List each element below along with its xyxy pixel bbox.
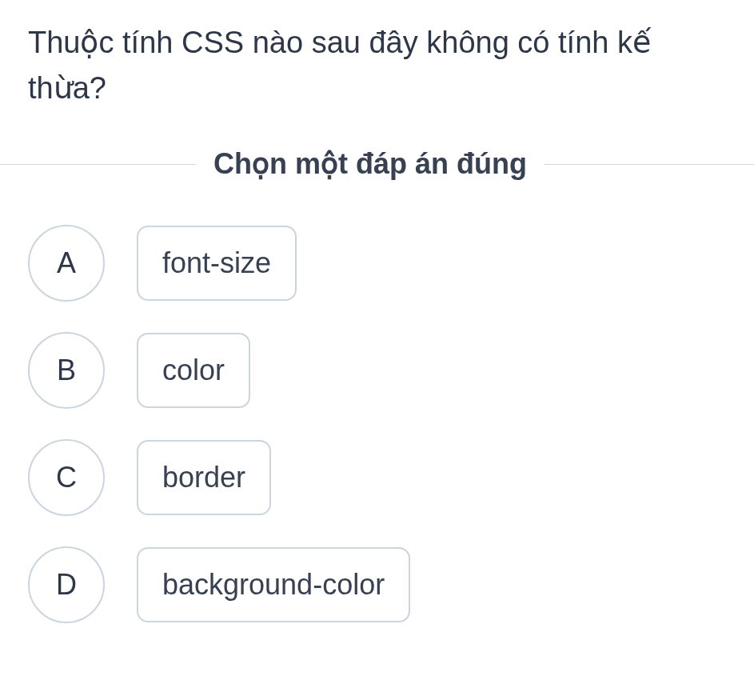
option-text-d: background-color: [137, 547, 410, 622]
option-letter-a: A: [28, 225, 105, 302]
question-text: Thuộc tính CSS nào sau đây không có tính…: [0, 0, 754, 147]
option-a[interactable]: A font-size: [28, 225, 754, 302]
option-letter-d: D: [28, 546, 105, 623]
option-text-c: border: [137, 440, 271, 515]
option-c[interactable]: C border: [28, 439, 754, 516]
option-text-b: color: [137, 333, 250, 408]
instruction-divider: Chọn một đáp án đúng: [0, 147, 754, 181]
option-text-a: font-size: [137, 226, 297, 301]
option-letter-b: B: [28, 332, 105, 409]
options-list: A font-size B color C border D backgroun…: [0, 225, 754, 623]
divider-line-right: [545, 164, 754, 165]
divider-line-left: [0, 164, 196, 165]
instruction-label: Chọn một đáp án đúng: [196, 147, 545, 181]
option-d[interactable]: D background-color: [28, 546, 754, 623]
option-letter-c: C: [28, 439, 105, 516]
option-b[interactable]: B color: [28, 332, 754, 409]
